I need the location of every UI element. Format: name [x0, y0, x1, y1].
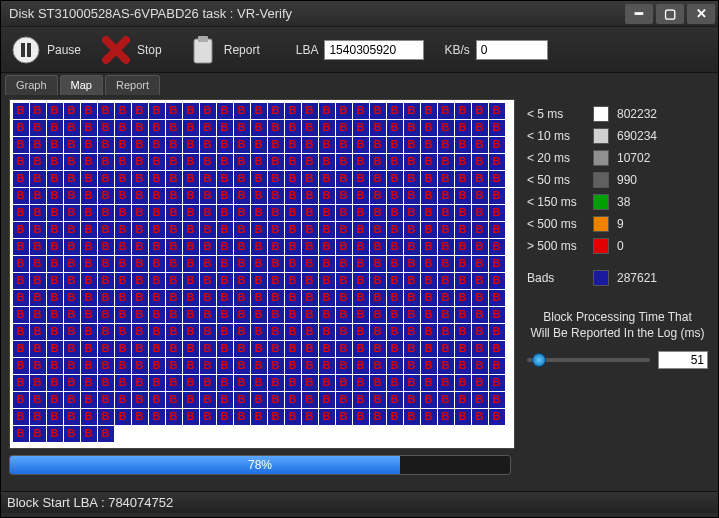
map-block	[472, 426, 488, 442]
map-block: B	[47, 137, 63, 153]
map-block: B	[13, 154, 29, 170]
lba-field[interactable]	[324, 40, 424, 60]
map-block: B	[115, 409, 131, 425]
map-block: B	[319, 409, 335, 425]
map-block: B	[285, 290, 301, 306]
map-block: B	[200, 222, 216, 238]
map-block: B	[319, 103, 335, 119]
map-block: B	[98, 358, 114, 374]
map-block: B	[302, 171, 318, 187]
minimize-button[interactable]: ━	[625, 4, 653, 24]
map-block: B	[13, 409, 29, 425]
map-block: B	[149, 222, 165, 238]
map-block: B	[387, 409, 403, 425]
tab-report[interactable]: Report	[105, 75, 160, 95]
close-button[interactable]: ✕	[687, 4, 715, 24]
pause-button[interactable]: Pause	[11, 35, 81, 65]
map-block: B	[132, 205, 148, 221]
map-block: B	[319, 171, 335, 187]
map-block: B	[47, 120, 63, 136]
map-block: B	[183, 273, 199, 289]
map-block: B	[319, 375, 335, 391]
tab-map[interactable]: Map	[60, 75, 103, 95]
map-block: B	[251, 324, 267, 340]
map-block: B	[13, 171, 29, 187]
map-block: B	[353, 239, 369, 255]
map-block: B	[336, 222, 352, 238]
map-block: B	[353, 188, 369, 204]
map-block: B	[166, 171, 182, 187]
map-block: B	[387, 256, 403, 272]
map-block: B	[404, 154, 420, 170]
legend-value: 990	[617, 173, 637, 187]
map-block: B	[387, 375, 403, 391]
map-block: B	[472, 120, 488, 136]
map-block: B	[268, 239, 284, 255]
map-block: B	[489, 171, 505, 187]
maximize-button[interactable]: ▢	[656, 4, 684, 24]
slider-thumb[interactable]	[532, 353, 546, 367]
map-block: B	[319, 239, 335, 255]
map-block: B	[421, 290, 437, 306]
map-block: B	[302, 290, 318, 306]
svg-rect-2	[27, 43, 31, 57]
map-block: B	[98, 426, 114, 442]
map-block: B	[64, 103, 80, 119]
map-block: B	[336, 341, 352, 357]
map-block: B	[438, 222, 454, 238]
map-block: B	[319, 222, 335, 238]
report-button[interactable]: Report	[188, 35, 260, 65]
map-block: B	[387, 273, 403, 289]
map-block: B	[421, 392, 437, 408]
legend-swatch	[593, 238, 609, 254]
map-block: B	[183, 409, 199, 425]
slider-track[interactable]	[527, 358, 650, 362]
map-block: B	[217, 154, 233, 170]
legend-label: < 10 ms	[527, 129, 585, 143]
map-block: B	[319, 154, 335, 170]
map-block: B	[81, 154, 97, 170]
map-block: B	[183, 358, 199, 374]
pause-icon	[11, 35, 41, 65]
map-block: B	[234, 324, 250, 340]
map-block: B	[234, 256, 250, 272]
map-block: B	[200, 120, 216, 136]
map-block: B	[404, 341, 420, 357]
map-block: B	[370, 375, 386, 391]
map-block: B	[404, 239, 420, 255]
map-block: B	[370, 103, 386, 119]
map-block: B	[149, 188, 165, 204]
tab-graph[interactable]: Graph	[5, 75, 58, 95]
map-block: B	[13, 358, 29, 374]
legend-value: 10702	[617, 151, 650, 165]
map-block: B	[455, 103, 471, 119]
map-block	[166, 426, 182, 442]
map-block: B	[302, 307, 318, 323]
map-block: B	[319, 307, 335, 323]
map-block: B	[251, 239, 267, 255]
map-block: B	[64, 239, 80, 255]
map-block: B	[438, 120, 454, 136]
map-block: B	[64, 375, 80, 391]
map-block: B	[13, 392, 29, 408]
lba-label: LBA	[296, 43, 319, 57]
map-block: B	[251, 273, 267, 289]
map-block: B	[387, 120, 403, 136]
legend-row: < 20 ms10702	[527, 147, 708, 169]
map-block: B	[115, 341, 131, 357]
map-block: B	[251, 256, 267, 272]
stop-button[interactable]: Stop	[101, 35, 162, 65]
map-block: B	[47, 239, 63, 255]
map-block: B	[13, 188, 29, 204]
map-block: B	[115, 358, 131, 374]
kbs-field[interactable]	[476, 40, 548, 60]
slider-value-field[interactable]	[658, 351, 708, 369]
map-block: B	[47, 392, 63, 408]
map-block: B	[268, 222, 284, 238]
map-block: B	[353, 256, 369, 272]
map-block: B	[387, 239, 403, 255]
map-block: B	[404, 392, 420, 408]
map-block: B	[251, 222, 267, 238]
titlebar: Disk ST31000528AS-6VPABD26 task : VR-Ver…	[1, 1, 718, 27]
map-block: B	[30, 188, 46, 204]
